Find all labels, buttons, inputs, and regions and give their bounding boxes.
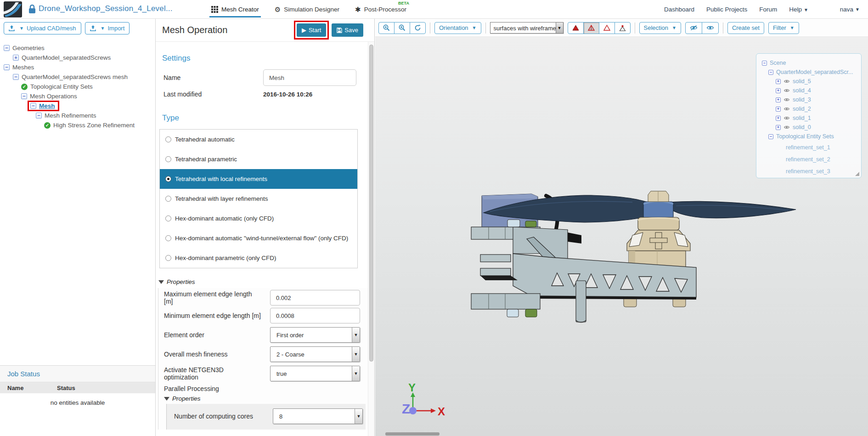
import-button[interactable]: ▼ Import bbox=[85, 22, 130, 34]
eye-icon[interactable] bbox=[783, 97, 790, 102]
user-menu[interactable]: nava ▼ bbox=[840, 0, 860, 19]
expand-icon[interactable]: + bbox=[776, 97, 781, 102]
tab-simulation-designer[interactable]: ⚙ Simulation Designer bbox=[275, 0, 339, 19]
horizontal-scrollbar-thumb[interactable] bbox=[385, 432, 440, 436]
tree-item-mesh-label[interactable]: Mesh bbox=[39, 102, 55, 109]
surfaces-wireframe-mode-button[interactable] bbox=[583, 22, 599, 34]
orientation-button[interactable]: Orientation▼ bbox=[434, 22, 481, 34]
collapse-icon[interactable]: − bbox=[13, 74, 19, 80]
collapse-icon[interactable]: − bbox=[30, 103, 36, 109]
scene-solid-3[interactable]: + solid_3 bbox=[762, 95, 861, 104]
tab-mesh-creator[interactable]: Mesh Creator bbox=[211, 0, 259, 19]
radio-icon[interactable] bbox=[165, 215, 171, 221]
tree-item-mesh[interactable]: − Mesh bbox=[0, 102, 155, 110]
scene-root[interactable]: − Scene bbox=[762, 58, 861, 68]
computing-cores-select[interactable]: 8 ▼ bbox=[273, 408, 363, 424]
collapse-icon[interactable]: − bbox=[768, 70, 773, 75]
type-option-hex-dominant-parametric[interactable]: Hex-dominant parametric (only CFD) bbox=[160, 248, 357, 268]
zoom-fit-button[interactable] bbox=[394, 22, 410, 34]
scene-solid-0[interactable]: + solid_0 bbox=[762, 123, 861, 132]
radio-icon[interactable] bbox=[165, 136, 171, 142]
tree-item-meshes[interactable]: − Meshes bbox=[0, 63, 155, 72]
reset-view-button[interactable] bbox=[410, 22, 426, 34]
eye-icon[interactable] bbox=[783, 79, 790, 84]
element-order-select[interactable]: First order ▼ bbox=[270, 327, 360, 343]
scene-solid-1[interactable]: + solid_1 bbox=[762, 113, 861, 123]
scene-model[interactable]: − QuarterModel_separatedScr... bbox=[762, 68, 861, 77]
tree-item-high-stress-zone-refinement[interactable]: ✓ High Stress Zone Refinement bbox=[0, 121, 155, 130]
save-button[interactable]: Save bbox=[332, 23, 363, 37]
eye-icon[interactable] bbox=[783, 116, 790, 120]
expand-icon[interactable]: + bbox=[776, 125, 781, 130]
scene-refinement-set-3[interactable]: refinement_set_3 bbox=[762, 167, 861, 176]
expand-icon[interactable]: + bbox=[13, 55, 19, 61]
collapse-icon[interactable]: − bbox=[21, 93, 27, 99]
eye-icon[interactable] bbox=[783, 88, 790, 93]
upload-cad-mesh-button[interactable]: ▼ Upload CAD/mesh bbox=[4, 22, 81, 34]
scene-solid-2[interactable]: + solid_2 bbox=[762, 104, 861, 113]
expand-icon[interactable]: + bbox=[776, 107, 781, 112]
3d-viewport[interactable]: Y X Z − Scene − QuarterModel_separatedSc… bbox=[375, 38, 868, 436]
render-mode-select[interactable]: surfaces with wireframe ▼ bbox=[490, 22, 564, 34]
type-option-tetrahedral-layer-refinements[interactable]: Tetrahedral with layer refinements bbox=[160, 189, 357, 209]
tree-item-mesh-refinements[interactable]: − Mesh Refinements bbox=[0, 111, 155, 120]
show-selection-button[interactable] bbox=[702, 22, 719, 34]
nav-menu-help[interactable]: Help▼ bbox=[789, 6, 808, 13]
tab-post-processor[interactable]: ✱ Post-Processor BETA bbox=[355, 0, 406, 19]
scene-topological-entity-sets[interactable]: − Topological Entity Sets bbox=[762, 132, 861, 141]
collapse-icon[interactable]: − bbox=[4, 45, 10, 51]
type-option-hex-dominant-automatic[interactable]: Hex-dominant automatic (only CFD) bbox=[160, 209, 357, 228]
mesh-fineness-select[interactable]: 2 - Coarse ▼ bbox=[270, 346, 360, 362]
filter-button[interactable]: Filter▼ bbox=[768, 22, 799, 34]
eye-icon[interactable] bbox=[783, 107, 790, 111]
operation-panel-scrollbar[interactable] bbox=[368, 42, 374, 436]
eye-icon[interactable] bbox=[783, 125, 790, 130]
expand-icon[interactable]: + bbox=[776, 88, 781, 93]
wireframe-mode-button[interactable] bbox=[599, 22, 615, 34]
netgen3d-select[interactable]: true ▼ bbox=[270, 366, 360, 381]
scene-solid-5[interactable]: + solid_5 bbox=[762, 77, 861, 86]
panel-resize-grip[interactable] bbox=[855, 172, 859, 176]
create-set-button[interactable]: Create set bbox=[727, 22, 764, 34]
type-option-tetrahedral-local-refinements[interactable]: Tetrahedral with local refinements bbox=[160, 169, 357, 189]
tree-item-mesh-operations[interactable]: − Mesh Operations bbox=[0, 92, 155, 101]
max-edge-length-input[interactable] bbox=[270, 290, 360, 306]
nav-link-dashboard[interactable]: Dashboard bbox=[664, 6, 694, 13]
collapse-icon[interactable]: − bbox=[4, 64, 10, 70]
type-option-hex-dominant-wind-tunnel[interactable]: Hex-dominant automatic "wind-tunnel/exte… bbox=[160, 228, 357, 248]
name-input[interactable] bbox=[263, 69, 356, 86]
start-button[interactable]: ▶ Start bbox=[297, 23, 326, 37]
selection-button[interactable]: Selection▼ bbox=[639, 22, 681, 34]
tree-item-geometry-model[interactable]: + QuarterModel_separatedScrews bbox=[0, 53, 155, 62]
expand-icon[interactable]: + bbox=[776, 79, 781, 84]
collapse-icon[interactable]: − bbox=[762, 61, 767, 66]
type-option-tetrahedral-automatic[interactable]: Tetrahedral automatic bbox=[160, 130, 357, 149]
nav-link-forum[interactable]: Forum bbox=[759, 6, 777, 13]
collapse-icon[interactable]: − bbox=[36, 113, 42, 119]
properties-collapse-header[interactable]: Properties bbox=[158, 278, 374, 285]
radio-icon[interactable] bbox=[165, 255, 171, 261]
tree-item-topological-entity-sets[interactable]: ✓ Topological Entity Sets bbox=[0, 82, 155, 91]
radio-icon[interactable] bbox=[165, 156, 171, 162]
scrollbar-thumb[interactable] bbox=[369, 45, 373, 362]
type-option-tetrahedral-parametric[interactable]: Tetrahedral parametric bbox=[160, 149, 357, 169]
nav-link-public-projects[interactable]: Public Projects bbox=[706, 6, 747, 13]
hide-selection-button[interactable] bbox=[685, 22, 702, 34]
surfaces-mode-button[interactable] bbox=[568, 22, 584, 34]
radio-icon[interactable] bbox=[165, 235, 171, 241]
radio-icon[interactable] bbox=[165, 196, 171, 202]
expand-icon[interactable]: + bbox=[776, 116, 781, 121]
collapse-icon[interactable]: − bbox=[768, 134, 773, 139]
scene-solid-4[interactable]: + solid_4 bbox=[762, 86, 861, 95]
tree-item-geometries[interactable]: − Geometries bbox=[0, 44, 155, 52]
scene-refinement-set-2[interactable]: refinement_set_2 bbox=[762, 155, 861, 164]
radio-checked-icon[interactable] bbox=[165, 176, 171, 182]
zoom-in-button[interactable] bbox=[378, 22, 395, 34]
simscale-logo-icon[interactable] bbox=[4, 1, 22, 17]
scene-refinement-set-1[interactable]: refinement_set_1 bbox=[762, 143, 861, 152]
min-edge-length-input[interactable] bbox=[270, 308, 360, 323]
project-title[interactable]: Drone_Workshop_Session_4_Level... bbox=[39, 4, 173, 13]
points-mode-button[interactable] bbox=[614, 22, 631, 34]
nested-properties-collapse-header[interactable]: Properties bbox=[164, 395, 374, 402]
tree-item-mesh-model[interactable]: − QuarterModel_separatedScrews mesh bbox=[0, 73, 155, 81]
